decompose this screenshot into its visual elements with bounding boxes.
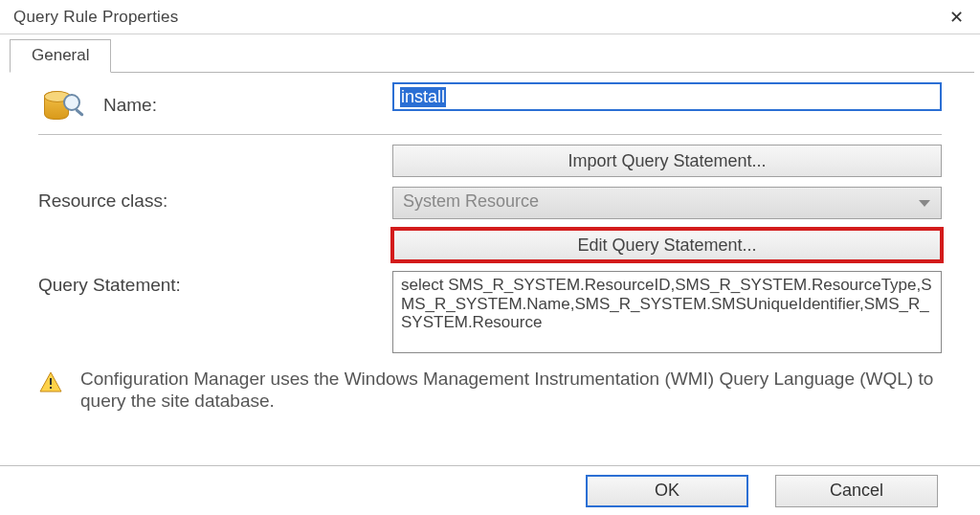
query-statement-label: Query Statement: xyxy=(38,275,181,296)
edit-query-button[interactable]: Edit Query Statement... xyxy=(392,229,942,261)
resource-class-label: Resource class: xyxy=(38,190,167,212)
separator xyxy=(38,134,942,135)
name-input-value: install xyxy=(400,87,446,107)
title-bar: Query Rule Properties ✕ xyxy=(0,0,980,34)
svg-rect-1 xyxy=(50,378,52,385)
tab-general[interactable]: General xyxy=(10,39,111,73)
name-label: Name: xyxy=(103,95,157,116)
warning-icon xyxy=(38,370,63,393)
dialog-footer: OK Cancel xyxy=(0,465,980,515)
query-db-icon xyxy=(38,86,84,124)
info-text: Configuration Manager uses the Windows M… xyxy=(80,369,942,413)
import-query-button[interactable]: Import Query Statement... xyxy=(392,145,942,177)
ok-button[interactable]: OK xyxy=(586,475,748,507)
window-title: Query Rule Properties xyxy=(13,8,178,27)
dialog-content: Name: install Import Query Statement... … xyxy=(0,73,980,413)
cancel-button[interactable]: Cancel xyxy=(775,475,938,507)
resource-class-value: System Resource xyxy=(403,191,539,211)
query-statement-text[interactable]: select SMS_R_SYSTEM.ResourceID,SMS_R_SYS… xyxy=(392,271,942,353)
name-input[interactable]: install xyxy=(392,82,942,111)
svg-rect-2 xyxy=(50,387,52,389)
close-icon[interactable]: ✕ xyxy=(942,7,970,28)
tab-strip: General xyxy=(10,38,974,73)
resource-class-select[interactable]: System Resource xyxy=(392,187,942,219)
